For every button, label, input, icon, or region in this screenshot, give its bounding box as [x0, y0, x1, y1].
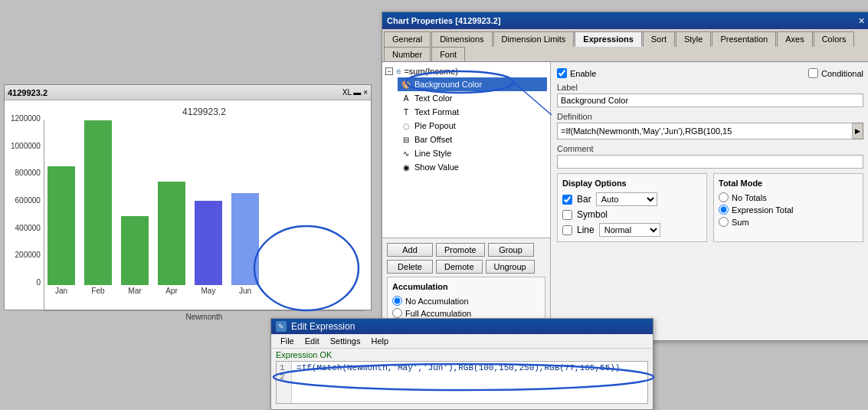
- expression-status: Expression OK: [271, 349, 653, 361]
- bg-color-icon: 🎨: [401, 79, 411, 90]
- ungroup-button[interactable]: Ungroup: [486, 260, 535, 274]
- tab-dimensions[interactable]: Dimensions: [431, 31, 492, 47]
- bar-jun: Jun: [231, 193, 259, 295]
- radio-full-accum-input[interactable]: [392, 308, 402, 318]
- bar-feb-rect: [84, 120, 112, 285]
- comment-section: Comment: [557, 144, 863, 169]
- bar-jun-rect: [231, 193, 259, 285]
- accumulation-title: Accumulation: [392, 282, 540, 291]
- bar-mar: Mar: [121, 216, 149, 295]
- close-icon[interactable]: ✕: [858, 16, 865, 26]
- enable-row: Enable: [557, 68, 596, 78]
- bar-apr: Apr: [158, 182, 185, 295]
- chart-window: 4129923.2 XL ▬ × 1200000 1000000 800000 …: [4, 84, 372, 310]
- tab-dimension-limits[interactable]: Dimension Limits: [493, 31, 575, 47]
- tab-font[interactable]: Font: [431, 47, 465, 61]
- demote-button[interactable]: Demote: [436, 260, 483, 274]
- tree-item-line-style[interactable]: ∿ Line Style: [398, 146, 547, 160]
- bar-jan: Jan: [47, 166, 75, 295]
- tab-general[interactable]: General: [384, 31, 431, 47]
- line-checkbox[interactable]: [562, 225, 572, 235]
- bar-feb: Feb: [84, 120, 112, 295]
- expr-total-row: Expression Total: [719, 205, 858, 215]
- conditional-label: Conditional: [821, 69, 863, 78]
- comment-input[interactable]: [557, 155, 863, 169]
- expression-text[interactable]: =If(Match(Newmonth,'May','Jun'),RGB(100,…: [293, 362, 647, 403]
- collapse-icon[interactable]: −: [385, 67, 393, 75]
- line-row: Line Normal: [562, 223, 702, 237]
- props-body: − ≡ =sum(Income) 🎨 Background Color A Te…: [382, 62, 868, 343]
- radio-no-accum-input[interactable]: [392, 296, 402, 306]
- edit-expr-title: Edit Expression: [291, 321, 355, 332]
- delete-button[interactable]: Delete: [387, 260, 433, 274]
- bar-offset-icon: ⊟: [401, 134, 411, 145]
- tree-item-bg-color[interactable]: 🎨 Background Color: [398, 77, 547, 91]
- definition-scroll-btn[interactable]: ▶: [853, 123, 863, 139]
- conditional-checkbox[interactable]: [808, 68, 818, 78]
- bar-may: May: [195, 201, 222, 295]
- tab-presentation[interactable]: Presentation: [712, 31, 776, 47]
- promote-button[interactable]: Promote: [436, 243, 485, 257]
- chart-content: 1200000 1000000 800000 600000 400000 200…: [5, 100, 371, 310]
- definition-input[interactable]: [557, 123, 853, 139]
- text-format-icon: T: [401, 107, 411, 117]
- symbol-label: Symbol: [577, 209, 608, 220]
- no-totals-radio[interactable]: [719, 192, 729, 202]
- btn-row-1: Add Promote Group: [387, 243, 545, 257]
- radio-no-accum-label: No Accumulation: [405, 297, 469, 306]
- tree-item-text-color[interactable]: A Text Color: [398, 91, 547, 105]
- tab-style[interactable]: Style: [676, 31, 711, 47]
- expression-editor[interactable]: 1 2 =If(Match(Newmonth,'May','Jun'),RGB(…: [276, 361, 648, 404]
- sum-radio[interactable]: [719, 217, 729, 227]
- chart-window-controls[interactable]: XL ▬ ×: [342, 88, 368, 97]
- bar-mar-rect: [121, 216, 149, 285]
- tree-item-text-format-label: Text Format: [414, 107, 459, 116]
- definition-wrap: ▶: [557, 123, 863, 139]
- tree-item-text-format[interactable]: T Text Format: [398, 105, 547, 119]
- tab-sort[interactable]: Sort: [643, 31, 675, 47]
- display-options-title: Display Options: [562, 179, 702, 188]
- tree-item-show-value[interactable]: ◉ Show Value: [398, 160, 547, 174]
- add-button[interactable]: Add: [387, 243, 433, 257]
- enable-checkbox[interactable]: [557, 68, 567, 78]
- label-input[interactable]: [557, 93, 863, 107]
- tree-item-show-value-label: Show Value: [414, 162, 459, 172]
- tab-number[interactable]: Number: [384, 47, 431, 61]
- props-titlebar: Chart Properties [4129923.2] ✕: [382, 12, 868, 29]
- sum-row: Sum: [719, 217, 858, 227]
- text-color-icon: A: [401, 93, 411, 103]
- radio-full-accum: Full Accumulation: [392, 308, 540, 318]
- label-section: Label: [557, 83, 863, 107]
- tab-expressions[interactable]: Expressions: [575, 31, 641, 47]
- tree-root-label: =sum(Income): [404, 67, 458, 76]
- pie-popout-icon: ◌: [401, 120, 411, 131]
- tab-axes[interactable]: Axes: [777, 31, 812, 47]
- bar-dropdown[interactable]: Auto: [596, 192, 657, 206]
- definition-section: Definition ▶: [557, 112, 863, 139]
- menu-file[interactable]: File: [276, 336, 299, 346]
- tree-item-pie-popout[interactable]: ◌ Pie Popout: [398, 119, 547, 133]
- bar-apr-rect: [158, 182, 185, 285]
- menu-settings[interactable]: Settings: [326, 336, 365, 346]
- bottom-sections: Display Options Bar Auto Symbol: [557, 173, 863, 242]
- menu-help[interactable]: Help: [366, 336, 393, 346]
- tree-item-bar-offset-label: Bar Offset: [414, 135, 452, 144]
- bar-checkbox[interactable]: [562, 195, 572, 205]
- y-axis-labels: 1200000 1000000 800000 600000 400000 200…: [11, 107, 44, 303]
- symbol-checkbox[interactable]: [562, 210, 572, 220]
- props-tabs: General Dimensions Dimension Limits Expr…: [382, 29, 868, 62]
- tree-item-bar-offset[interactable]: ⊟ Bar Offset: [398, 133, 547, 146]
- definition-field-label: Definition: [557, 112, 863, 121]
- line-dropdown[interactable]: Normal: [599, 223, 660, 237]
- left-panel-wrap: − ≡ =sum(Income) 🎨 Background Color A Te…: [382, 62, 551, 343]
- tree-item-line-style-label: Line Style: [414, 149, 451, 158]
- edit-expr-menubar: File Edit Settings Help: [271, 334, 653, 349]
- bar-jan-rect: [47, 166, 75, 285]
- edit-expr-icon: ✎: [276, 321, 287, 332]
- expr-total-radio[interactable]: [719, 205, 729, 215]
- tab-colors[interactable]: Colors: [814, 31, 855, 47]
- label-field-label: Label: [557, 83, 863, 92]
- menu-edit[interactable]: Edit: [300, 336, 324, 346]
- group-button[interactable]: Group: [488, 243, 534, 257]
- tree-item-text-color-label: Text Color: [414, 93, 453, 103]
